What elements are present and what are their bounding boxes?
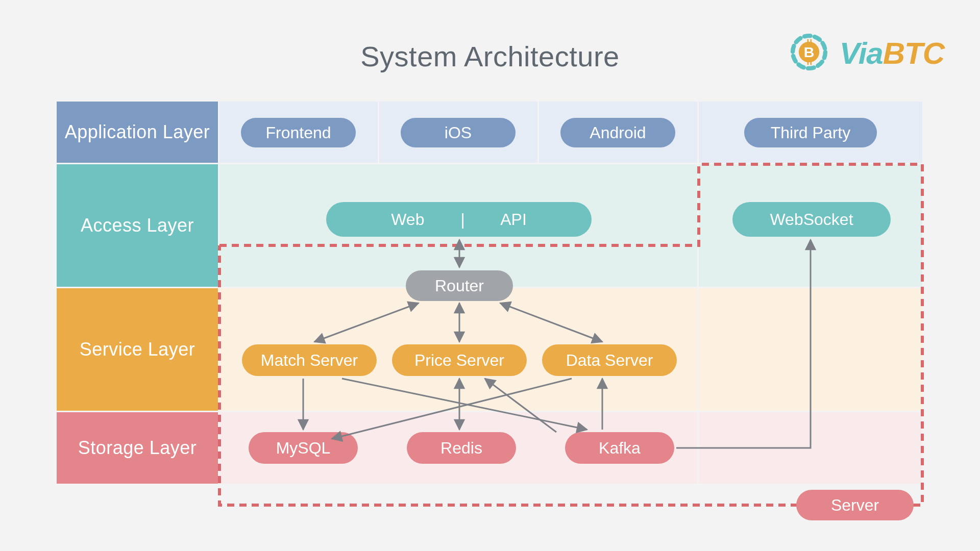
layer-label-application: Application Layer (57, 102, 218, 163)
storage-mysql: MySQL (249, 432, 358, 464)
svg-rect-7 (810, 61, 812, 65)
service-price: Price Server (392, 344, 527, 376)
app-ios: iOS (401, 118, 516, 147)
layer-bg-service (699, 288, 922, 411)
storage-redis: Redis (407, 432, 516, 464)
layer-label-storage: Storage Layer (57, 412, 218, 484)
svg-rect-6 (807, 61, 808, 65)
viabtc-logo: B ViaBTC (788, 31, 944, 76)
layer-bg-storage (699, 412, 922, 484)
service-data: Data Server (542, 344, 677, 376)
svg-rect-5 (810, 39, 812, 43)
svg-rect-4 (807, 39, 808, 43)
app-thirdparty: Third Party (744, 118, 877, 147)
service-match: Match Server (242, 344, 377, 376)
layer-label-service: Service Layer (57, 288, 218, 411)
svg-text:B: B (804, 44, 815, 60)
logo-icon: B (788, 31, 830, 76)
access-webapi: Web | API (326, 202, 592, 237)
server-label: Server (796, 490, 914, 520)
logo-text: ViaBTC (840, 36, 944, 71)
storage-kafka: Kafka (565, 432, 674, 464)
access-websocket: WebSocket (732, 202, 891, 237)
layer-label-access: Access Layer (57, 164, 218, 287)
app-android: Android (560, 118, 675, 147)
app-frontend: Frontend (241, 118, 356, 147)
diagram-stage: System Architecture B ViaBTC (0, 0, 980, 551)
service-router: Router (406, 270, 513, 301)
